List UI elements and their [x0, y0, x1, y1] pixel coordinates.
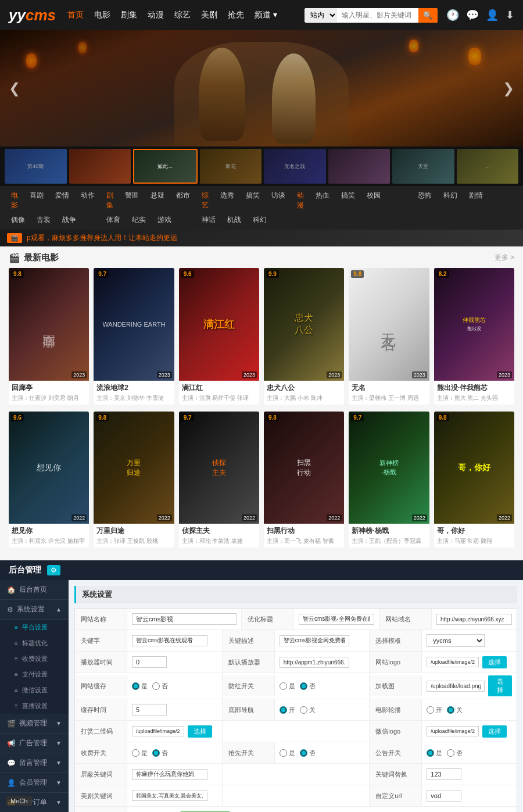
movie-card-0[interactable]: 回廊亭 9.8 2023 回廊亭 主演：任素汐 刘奕君 朗月 [9, 268, 89, 405]
genre-horror[interactable]: 恐怖 [415, 189, 434, 212]
nav-channel[interactable]: 频道 ▾ [255, 10, 277, 20]
radio-fee-yes[interactable]: 是 [132, 749, 148, 757]
history-icon[interactable]: 🕐 [446, 9, 459, 22]
genre-interview[interactable]: 访谈 [269, 189, 288, 212]
genre-movie[interactable]: 电影 [9, 189, 20, 212]
input-custom-url[interactable] [427, 790, 461, 802]
input-default-player[interactable] [280, 657, 349, 668]
sidebar-item-settings[interactable]: ⚙ 系统设置 ▲ [0, 600, 69, 620]
search-button[interactable]: 🔍 [418, 8, 438, 23]
sidebar-item-ad[interactable]: 📢 广告管理 ▼ [0, 734, 69, 753]
thumb-3[interactable]: 如此... [133, 149, 198, 184]
genre-myth[interactable]: 神话 [199, 214, 218, 226]
genre-school[interactable]: 校园 [364, 189, 383, 212]
genre-doc[interactable]: 纪实 [130, 214, 148, 226]
genre-scifi[interactable]: 科幻 [441, 189, 460, 212]
genre-variety[interactable]: 综艺 [199, 189, 211, 212]
genre-scifi2[interactable]: 科幻 [250, 214, 269, 226]
radio-antired-yes[interactable]: 是 [280, 682, 295, 691]
radio-announce-yes[interactable]: 是 [427, 749, 442, 757]
message-icon[interactable]: 💬 [466, 9, 479, 22]
genre-police[interactable]: 警匪 [123, 189, 141, 212]
user-icon[interactable]: 👤 [486, 9, 499, 22]
radio-cache-yes[interactable]: 是 [132, 682, 148, 691]
movie-card-9[interactable]: 扫黑行动 9.8 2022 扫黑行动 主演：高一飞 麦有福 智酱 [264, 412, 344, 548]
input-us-kw[interactable] [132, 790, 207, 801]
download-icon[interactable]: ⬇ [506, 9, 514, 22]
genre-hot[interactable]: 热血 [313, 189, 332, 212]
input-kw-replace[interactable] [427, 768, 461, 780]
input-loadimg[interactable] [427, 681, 485, 692]
sidebar-sub-wechat[interactable]: 微信设置 [0, 682, 69, 698]
genre-action[interactable]: 动作 [78, 189, 97, 212]
radio-priority-no[interactable]: 否 [300, 749, 316, 757]
movie-card-1[interactable]: WANDERING EARTH 9.7 2023 流浪地球2 主演：吴京 刘德华… [94, 268, 174, 405]
radio-fee-no[interactable]: 否 [152, 749, 168, 757]
input-wechat-logo[interactable] [427, 726, 479, 736]
radio-bottomnav-on[interactable]: 开 [280, 706, 295, 714]
radio-antired-no[interactable]: 否 [300, 682, 316, 691]
genre-romance[interactable]: 爱情 [53, 189, 71, 212]
radio-cache-no[interactable]: 否 [152, 682, 168, 691]
sidebar-sub-fee[interactable]: 收费设置 [0, 651, 69, 667]
thumb-8[interactable]: ... [457, 149, 519, 184]
movie-card-8[interactable]: 侦探主夫 9.7 2022 侦探主夫 主演：邓伦 李荣浩 袁姗 [179, 412, 259, 548]
input-block-kw[interactable] [132, 769, 207, 780]
movie-card-6[interactable]: 想见你 9.6 2022 想见你 主演：柯震东 许光汉 施柏宇 [9, 412, 89, 548]
radio-carousel-off[interactable]: 关 [447, 706, 463, 714]
sidebar-sub-title-opt[interactable]: 标题优化 [0, 635, 69, 651]
sidebar-item-home[interactable]: 🏠 后台首页 [0, 580, 69, 600]
sidebar-item-msg[interactable]: 💬 留言管理 ▼ [0, 753, 69, 773]
thumb-4[interactable]: 新花 [200, 149, 262, 184]
input-qrcode[interactable] [132, 726, 184, 736]
movie-card-5[interactable]: 伴我熊芯熊出没 8.2 2023 熊出没·伴我熊芯 主演：熊大 熊二 光头强 [434, 268, 514, 405]
genre-ancient[interactable]: 古装 [34, 214, 53, 226]
radio-priority-yes[interactable]: 是 [280, 749, 295, 757]
movie-card-10[interactable]: 新神榜·杨戬 9.7 2022 新神榜·杨戬 主演：王凯（配音）季冠霖 [349, 412, 429, 548]
input-keyword-desc[interactable] [280, 635, 349, 646]
genre-idol[interactable]: 偶像 [9, 214, 27, 226]
thumb-7[interactable]: 天空 [392, 149, 454, 184]
movie-card-3[interactable]: 忠犬八公 9.9 2023 忠犬八公 主演：大鹏 小米 陈冲 [264, 268, 344, 405]
nav-us[interactable]: 美剧 [201, 10, 217, 20]
hero-prev-button[interactable]: ❮ [3, 74, 26, 102]
genre-sports[interactable]: 体育 [104, 214, 123, 226]
logo[interactable]: yycms [9, 6, 56, 24]
movie-card-11[interactable]: 哥，你好 9.8 2022 哥，你好 主演：马丽 常远 魏翔 [434, 412, 514, 548]
genre-drama[interactable]: 剧集 [104, 189, 116, 212]
btn-choose-wechat-logo[interactable]: 选择 [482, 725, 507, 738]
radio-carousel-on[interactable]: 开 [427, 706, 442, 714]
genre-mystery[interactable]: 悬疑 [148, 189, 167, 212]
nav-drama[interactable]: 剧集 [121, 10, 137, 20]
input-logo[interactable] [427, 657, 479, 667]
more-movies-link[interactable]: 更多 > [495, 253, 514, 263]
btn-choose-logo[interactable]: 选择 [482, 656, 507, 668]
genre-game[interactable]: 游戏 [155, 214, 174, 226]
sidebar-sub-live[interactable]: 直播设置 [0, 698, 69, 714]
nav-movie[interactable]: 电影 [94, 10, 110, 20]
radio-bottomnav-off[interactable]: 关 [300, 706, 316, 714]
genre-urban[interactable]: 都市 [174, 189, 192, 212]
nav-variety[interactable]: 综艺 [174, 10, 191, 20]
thumb-6[interactable] [328, 149, 391, 184]
hero-next-button[interactable]: ❯ [497, 74, 520, 102]
genre-funny[interactable]: 搞笑 [243, 189, 262, 212]
thumb-1[interactable]: 第40期 [5, 149, 67, 184]
sidebar-sub-pay[interactable]: 支付设置 [0, 667, 69, 682]
input-player-time[interactable] [132, 656, 167, 668]
genre-audition[interactable]: 选秀 [218, 189, 237, 212]
genre-war[interactable]: 战争 [60, 214, 78, 226]
genre-mecha[interactable]: 机战 [225, 214, 243, 226]
nav-first[interactable]: 抢先 [228, 10, 244, 20]
btn-choose-qrcode[interactable]: 选择 [188, 725, 212, 738]
genre-funny2[interactable]: 搞笑 [339, 189, 357, 212]
genre-comedy[interactable]: 喜剧 [27, 189, 46, 212]
input-domain[interactable] [436, 614, 512, 625]
input-opt-title[interactable] [299, 614, 374, 625]
genre-anime[interactable]: 动漫 [295, 189, 306, 212]
input-cache-time[interactable] [132, 704, 167, 716]
sidebar-sub-platform[interactable]: 平台设置 [0, 620, 69, 635]
search-input[interactable] [337, 9, 418, 22]
thumb-2[interactable] [69, 149, 131, 184]
nav-anime[interactable]: 动漫 [148, 10, 164, 20]
